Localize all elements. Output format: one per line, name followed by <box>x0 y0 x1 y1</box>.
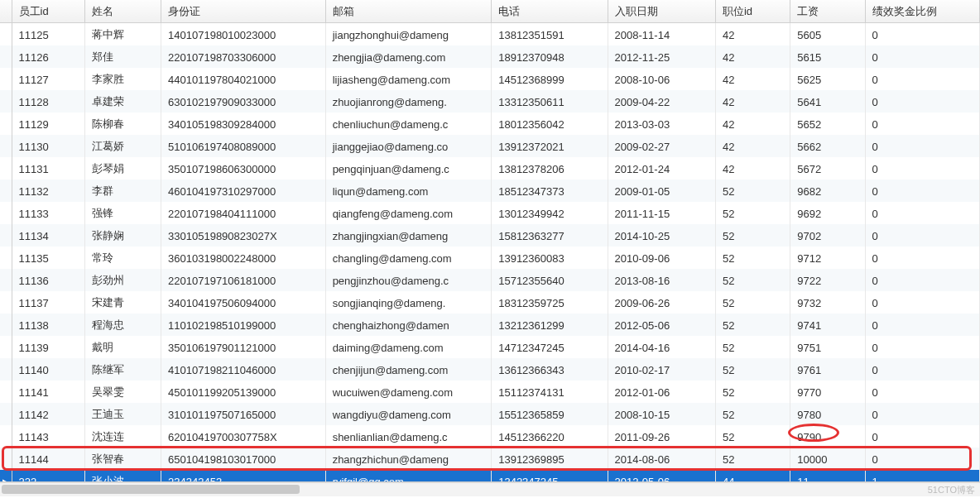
table-row[interactable]: 11139戴明350106197901121000daiming@dameng.… <box>0 336 980 358</box>
table-row[interactable]: 11141吴翠雯450101199205139000wucuiwen@damen… <box>0 381 980 403</box>
cell-email[interactable]: wangdiyu@dameng.com <box>325 403 492 425</box>
cell-phone[interactable]: 13812378206 <box>492 157 608 180</box>
cell-salary[interactable]: 5672 <box>790 157 865 180</box>
cell-bonus[interactable]: 0 <box>865 68 979 90</box>
cell-phone[interactable]: 13012349942 <box>492 202 608 224</box>
cell-hiredate[interactable]: 2008-10-15 <box>608 403 715 425</box>
col-header-bonus[interactable]: 绩效奖金比例 <box>865 0 979 23</box>
cell-email[interactable]: zhuojianrong@dameng. <box>325 90 492 113</box>
cell-posid[interactable]: 52 <box>715 358 790 381</box>
cell-bonus[interactable]: 0 <box>865 269 979 291</box>
cell-phone[interactable]: 18312359725 <box>492 291 608 314</box>
cell-hiredate[interactable]: 2014-10-25 <box>608 224 715 247</box>
cell-bonus[interactable]: 0 <box>865 247 979 269</box>
table-row[interactable]: 11137宋建青340104197506094000songjianqing@d… <box>0 291 980 314</box>
cell-email[interactable]: shenlianlian@dameng.c <box>325 425 492 448</box>
cell-idcard[interactable]: 340105198309284000 <box>161 113 326 135</box>
cell-email[interactable]: changling@dameng.com <box>325 247 492 269</box>
row-gutter[interactable] <box>0 202 12 224</box>
cell-hiredate[interactable]: 2012-01-06 <box>608 381 715 403</box>
cell-id[interactable]: 11133 <box>12 202 84 224</box>
cell-name[interactable]: 张静娴 <box>84 224 161 247</box>
row-gutter[interactable] <box>0 224 12 247</box>
row-gutter[interactable] <box>0 157 12 180</box>
cell-salary[interactable]: 9732 <box>790 291 865 314</box>
cell-email[interactable]: zhangjingxian@dameng <box>325 224 492 247</box>
row-gutter[interactable] <box>0 135 12 157</box>
cell-name[interactable]: 沈连连 <box>84 425 161 448</box>
cell-hiredate[interactable]: 2014-08-06 <box>608 448 715 470</box>
cell-id[interactable]: 222 <box>12 470 84 482</box>
cell-salary[interactable]: 5652 <box>790 113 865 135</box>
cell-salary[interactable]: 9722 <box>790 269 865 291</box>
cell-name[interactable]: 王迪玉 <box>84 403 161 425</box>
cell-salary[interactable]: 5625 <box>790 68 865 90</box>
cell-email[interactable]: jianggejiao@dameng.co <box>325 135 492 157</box>
cell-posid[interactable]: 52 <box>715 403 790 425</box>
cell-phone[interactable]: 18512347373 <box>492 180 608 202</box>
row-gutter[interactable] <box>0 291 12 314</box>
table-row[interactable]: 11132李群460104197310297000liqun@dameng.co… <box>0 180 980 202</box>
cell-hiredate[interactable]: 2008-11-14 <box>608 23 715 46</box>
cell-hiredate[interactable]: 2013-03-03 <box>608 113 715 135</box>
cell-name[interactable]: 强锋 <box>84 202 161 224</box>
row-gutter[interactable] <box>0 45 12 68</box>
cell-salary[interactable]: 9712 <box>790 247 865 269</box>
horizontal-scrollbar[interactable] <box>0 482 980 496</box>
cell-id[interactable]: 11141 <box>12 381 84 403</box>
col-header-hiredate[interactable]: 入职日期 <box>608 0 715 23</box>
cell-name[interactable]: 彭劲州 <box>84 269 161 291</box>
table-row[interactable]: ▶222张小波234343453ryjfgjl@qq.com1342347245… <box>0 470 980 482</box>
cell-salary[interactable]: 9741 <box>790 314 865 336</box>
cell-id[interactable]: 11137 <box>12 291 84 314</box>
cell-name[interactable]: 戴明 <box>84 336 161 358</box>
cell-hiredate[interactable]: 2013-08-16 <box>608 269 715 291</box>
table-row[interactable]: 11129陈柳春340105198309284000chenliuchun@da… <box>0 113 980 135</box>
table-row[interactable]: 11143沈连连62010419700307758Xshenlianlian@d… <box>0 425 980 448</box>
cell-posid[interactable]: 52 <box>715 202 790 224</box>
cell-phone[interactable]: 13212361299 <box>492 314 608 336</box>
cell-salary[interactable]: 9780 <box>790 403 865 425</box>
cell-phone[interactable]: 14512366220 <box>492 425 608 448</box>
cell-idcard[interactable]: 450101199205139000 <box>161 381 326 403</box>
cell-bonus[interactable]: 0 <box>865 314 979 336</box>
row-gutter[interactable] <box>0 336 12 358</box>
cell-email[interactable]: pengjinzhou@dameng.c <box>325 269 492 291</box>
cell-salary[interactable]: 9761 <box>790 358 865 381</box>
table-row[interactable]: 11126郑佳220107198703306000zhengjia@dameng… <box>0 45 980 68</box>
cell-posid[interactable]: 42 <box>715 113 790 135</box>
cell-email[interactable]: wucuiwen@dameng.com <box>325 381 492 403</box>
cell-name[interactable]: 张小波 <box>84 470 161 482</box>
cell-hiredate[interactable]: 2014-04-16 <box>608 336 715 358</box>
cell-id[interactable]: 11132 <box>12 180 84 202</box>
cell-phone[interactable]: 15512365859 <box>492 403 608 425</box>
table-row[interactable]: 11140陈继军410107198211046000chenjijun@dame… <box>0 358 980 381</box>
row-gutter[interactable] <box>0 247 12 269</box>
cell-name[interactable]: 彭琴娟 <box>84 157 161 180</box>
cell-name[interactable]: 陈柳春 <box>84 113 161 135</box>
cell-posid[interactable]: 44 <box>715 470 790 482</box>
cell-id[interactable]: 11134 <box>12 224 84 247</box>
col-header-name[interactable]: 姓名 <box>84 0 161 23</box>
cell-hiredate[interactable]: 2012-05-06 <box>608 470 715 482</box>
cell-phone[interactable]: 18912370948 <box>492 45 608 68</box>
cell-idcard[interactable]: 360103198002248000 <box>161 247 326 269</box>
cell-bonus[interactable]: 0 <box>865 23 979 46</box>
cell-id[interactable]: 11143 <box>12 425 84 448</box>
col-header-idcard[interactable]: 身份证 <box>161 0 326 23</box>
cell-id[interactable]: 11142 <box>12 403 84 425</box>
cell-email[interactable]: ryjfgjl@qq.com <box>325 470 492 482</box>
cell-salary[interactable]: 9682 <box>790 180 865 202</box>
cell-id[interactable]: 11130 <box>12 135 84 157</box>
row-gutter[interactable]: ▶ <box>0 470 12 482</box>
cell-name[interactable]: 陈继军 <box>84 358 161 381</box>
table-row[interactable]: 11125蒋中辉140107198010023000jiangzhonghui@… <box>0 23 980 46</box>
cell-idcard[interactable]: 350106197901121000 <box>161 336 326 358</box>
cell-name[interactable]: 郑佳 <box>84 45 161 68</box>
cell-posid[interactable]: 42 <box>715 68 790 90</box>
cell-name[interactable]: 张智春 <box>84 448 161 470</box>
cell-bonus[interactable]: 0 <box>865 202 979 224</box>
cell-salary[interactable]: 5615 <box>790 45 865 68</box>
cell-bonus[interactable]: 0 <box>865 45 979 68</box>
table-row[interactable]: 11144张智春650104198103017000zhangzhichun@d… <box>0 448 980 470</box>
